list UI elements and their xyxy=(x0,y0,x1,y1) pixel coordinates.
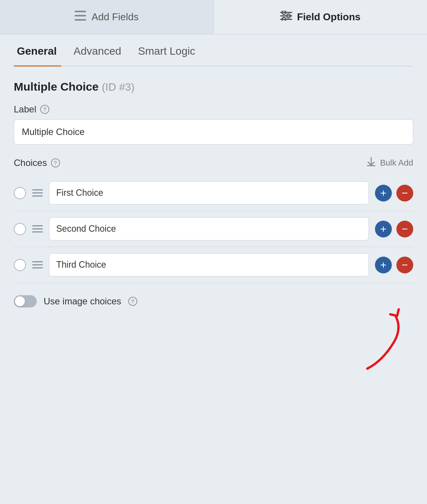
drag-handle-3[interactable] xyxy=(32,261,43,268)
choices-section: Choices ? Bulk Add xyxy=(14,157,413,283)
remove-choice-2-button[interactable]: − xyxy=(396,221,413,237)
choice-radio-2[interactable] xyxy=(14,223,26,235)
svg-rect-0 xyxy=(75,11,86,12)
image-choices-help-icon[interactable]: ? xyxy=(128,297,137,306)
image-choices-label: Use image choices xyxy=(44,296,121,307)
choices-label-group: Choices ? xyxy=(14,158,60,168)
add-choice-2-button[interactable]: + xyxy=(375,221,392,237)
choice-radio-3[interactable] xyxy=(14,259,26,271)
list-icon xyxy=(75,11,87,23)
add-fields-tab[interactable]: Add Fields xyxy=(0,0,214,34)
toggle-thumb xyxy=(15,296,25,306)
svg-rect-1 xyxy=(75,15,86,16)
bulk-add-label: Bulk Add xyxy=(380,158,413,168)
red-arrow-annotation xyxy=(337,300,413,376)
header: Add Fields Field Options xyxy=(0,0,427,34)
add-fields-label: Add Fields xyxy=(91,11,139,23)
choice-radio-1[interactable] xyxy=(14,187,26,199)
choice-row: + − xyxy=(14,247,413,283)
choice-actions-1: + − xyxy=(375,185,413,202)
bulk-add-icon xyxy=(366,157,376,169)
label-row: Label ? xyxy=(14,104,413,115)
add-choice-3-button[interactable]: + xyxy=(375,257,392,273)
image-choices-toggle[interactable] xyxy=(14,295,37,307)
label-input[interactable] xyxy=(14,119,413,145)
annotation-area xyxy=(14,307,413,376)
drag-handle-1[interactable] xyxy=(32,189,43,197)
tab-general[interactable]: General xyxy=(14,34,70,66)
choices-label: Choices xyxy=(14,158,47,168)
tab-advanced[interactable]: Advanced xyxy=(70,34,135,66)
field-options-tab[interactable]: Field Options xyxy=(214,0,427,34)
bulk-add-button[interactable]: Bulk Add xyxy=(366,157,413,169)
choice-input-3[interactable] xyxy=(49,253,369,276)
remove-choice-3-button[interactable]: − xyxy=(396,257,413,273)
choice-row: + − xyxy=(14,175,413,211)
svg-rect-2 xyxy=(75,19,86,21)
drag-handle-2[interactable] xyxy=(32,225,43,232)
choices-help-icon[interactable]: ? xyxy=(51,158,60,167)
sub-tabs: General Advanced Smart Logic xyxy=(14,34,413,67)
choice-input-1[interactable] xyxy=(49,181,369,205)
toggle-track[interactable] xyxy=(14,295,37,307)
add-choice-1-button[interactable]: + xyxy=(375,185,392,202)
content-area: General Advanced Smart Logic Multiple Ch… xyxy=(0,34,427,390)
label-help-icon[interactable]: ? xyxy=(40,105,49,114)
label-field-label: Label xyxy=(14,104,36,115)
field-title: Multiple Choice (ID #3) xyxy=(14,80,413,93)
remove-choice-1-button[interactable]: − xyxy=(396,185,413,202)
choice-row: + − xyxy=(14,211,413,247)
choice-input-2[interactable] xyxy=(49,217,369,241)
label-section: Label ? xyxy=(14,104,413,145)
svg-rect-10 xyxy=(367,165,375,166)
choice-actions-2: + − xyxy=(375,221,413,237)
sliders-icon xyxy=(280,11,292,23)
choice-actions-3: + − xyxy=(375,257,413,273)
choices-header: Choices ? Bulk Add xyxy=(14,157,413,169)
field-id: (ID #3) xyxy=(102,81,135,93)
field-options-label: Field Options xyxy=(297,11,360,23)
tab-smart-logic[interactable]: Smart Logic xyxy=(135,34,209,66)
